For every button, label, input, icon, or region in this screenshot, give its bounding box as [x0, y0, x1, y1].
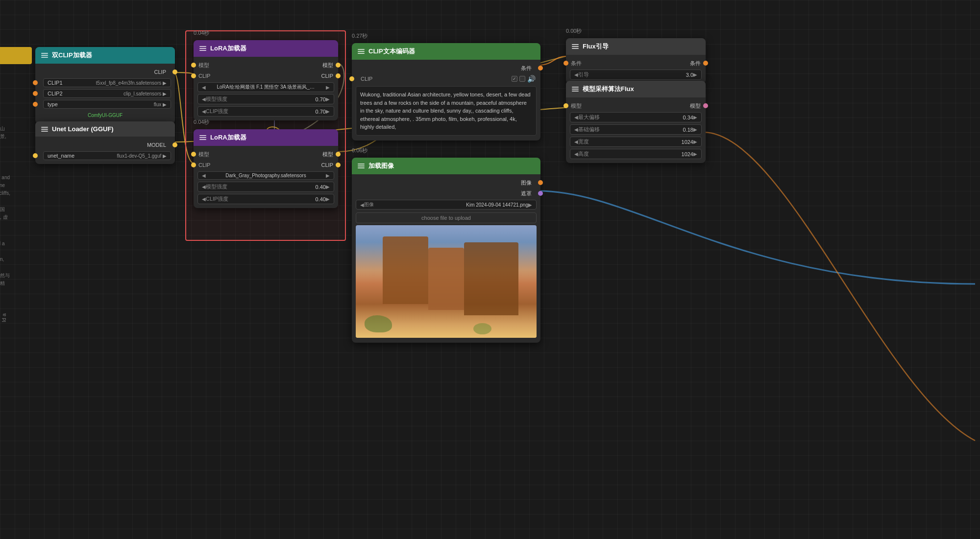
lora2-clip-strength-field[interactable]: ◀ CLIP强度 0.40 ▶ — [197, 194, 334, 204]
unet-name-field[interactable]: unet_name flux1-dev-Q5_1.gguf ▶ — [43, 151, 171, 160]
lora2-model-out[interactable] — [336, 152, 341, 157]
load-image-header: 加载图像 — [352, 158, 540, 174]
width-label: 宽度 — [578, 138, 589, 145]
model-sampler-header: 模型采样算法Flux — [566, 81, 706, 97]
lora-loader-2-node: 0.04秒 LoRA加载器 模型 模型 CLIP CLIP ◀ Dark_Gra… — [194, 129, 338, 208]
unet-loader-header: Unet Loader (GGUF) — [35, 121, 175, 137]
dual-clip-loader-title: 双CLIP加载器 — [52, 51, 92, 60]
lora1-ms-arrow-right: ▶ — [326, 96, 330, 102]
flux-guidance-time: 0.00秒 — [566, 27, 582, 35]
flux-guidance-header: Flux引导 — [566, 38, 706, 55]
lora2-model-in[interactable] — [191, 152, 196, 157]
flux-condition-out[interactable] — [703, 61, 708, 66]
height-value: 1024 — [682, 151, 693, 157]
flux-guidance-label: 引导 — [578, 71, 589, 78]
max-offset-field[interactable]: ◀ 最大偏移 0.34 ▶ — [570, 112, 702, 122]
lora1-time: 0.04秒 — [194, 29, 209, 37]
model-output-label: MODEL — [40, 142, 166, 148]
type-field[interactable]: type flux ▶ — [43, 100, 171, 109]
sampler-model-out[interactable] — [703, 103, 708, 108]
lora1-model-strength-field[interactable]: ◀ 模型强度 0.70 ▶ — [197, 94, 334, 104]
clip2-field[interactable]: CLIP2 clip_l.safetensors ▶ — [43, 89, 171, 98]
lora1-cs-arrow-right: ▶ — [326, 109, 330, 114]
lora2-model-strength-field[interactable]: ◀ 模型强度 0.40 ▶ — [197, 182, 334, 192]
type-input-port[interactable] — [33, 102, 38, 107]
type-label: type — [48, 101, 58, 107]
image-output-port[interactable] — [538, 180, 543, 185]
dual-clip-loader-header: 双CLIP加载器 — [35, 47, 175, 64]
lora2-title: LoRA加载器 — [210, 133, 246, 142]
lora1-ms-value: 0.70 — [316, 96, 326, 102]
image-preview — [356, 225, 537, 338]
lora2-ms-label: 模型强度 — [206, 183, 227, 190]
mask-output-port[interactable] — [538, 191, 543, 196]
clip-output-label: CLIP — [40, 69, 166, 75]
lora2-menu-icon[interactable] — [199, 135, 206, 140]
side-text-left: Id a — [1, 313, 7, 322]
flux-condition-label: 条件 — [571, 60, 690, 67]
max-offset-value: 0.34 — [683, 115, 693, 120]
max-offset-label: 最大偏移 — [578, 114, 600, 121]
prompt-text-area[interactable]: Wukong, traditional Asian architecture, … — [356, 86, 537, 136]
checkbox-2[interactable] — [519, 76, 525, 82]
load-image-menu-icon[interactable] — [358, 164, 365, 168]
left-side-text-4: nd a d film, — [0, 240, 34, 263]
clip-encoder-header: CLIP文本编码器 — [352, 43, 540, 60]
unet-loader-title: Unet Loader (GGUF) — [52, 125, 114, 133]
clip2-input-port[interactable] — [33, 91, 38, 96]
lora1-model-label: 模型 — [198, 62, 322, 69]
lora1-clip-strength-field[interactable]: ◀ CLIP强度 0.70 ▶ — [197, 106, 334, 117]
lora2-ms-value: 0.40 — [316, 184, 326, 190]
left-side-text-2: es and rene g cliffs, d, — [0, 174, 34, 205]
unet-name-label: unet_name — [48, 153, 74, 159]
lora1-name-field[interactable]: ◀ LoRA绘:绘网最强 F.1 黑悟空 3A 场景画风_v2.safetens… — [197, 82, 334, 92]
model-sampler-menu-icon[interactable] — [572, 87, 579, 92]
image-file-field[interactable]: ◀ 图像 Kim 2024-09-04 144721.png ▶ — [356, 200, 537, 210]
clip1-input-port[interactable] — [33, 80, 38, 85]
clip-input-label: CLIP — [361, 76, 512, 82]
unet-name-value: flux1-dev-Q5_1.gguf ▶ — [117, 153, 167, 159]
lora2-name-field[interactable]: ◀ Dark_Gray_Photography.safetensors ▶ — [197, 171, 334, 180]
lora2-clip-out[interactable] — [336, 163, 341, 167]
lora1-clip-in[interactable] — [191, 73, 196, 78]
clip-input-port[interactable] — [349, 76, 354, 81]
checkbox-1[interactable] — [512, 76, 517, 82]
type-value: flux ▶ — [154, 102, 167, 107]
clip-encoder-menu-icon[interactable] — [358, 49, 365, 54]
lora1-menu-icon[interactable] — [199, 46, 206, 51]
lora1-ms-label: 模型强度 — [206, 95, 227, 103]
lora2-model-right: 模型 — [322, 151, 333, 158]
mask-output-label: 遮罩 — [521, 190, 532, 197]
lora2-cs-arrow-left: ◀ — [202, 196, 206, 202]
flux-guidance-field[interactable]: ◀ 引导 3.0 ▶ — [570, 70, 702, 80]
model-output-port[interactable] — [172, 142, 177, 147]
lora2-clip-in[interactable] — [191, 163, 196, 167]
condition-output-port[interactable] — [538, 66, 543, 70]
lora1-cs-value: 0.70 — [316, 109, 326, 115]
lora2-name-arrow-right: ▶ — [326, 173, 330, 178]
yellow-tab[interactable] — [0, 47, 32, 64]
upload-button[interactable]: choose file to upload — [356, 212, 537, 223]
unet-name-port[interactable] — [33, 153, 38, 158]
menu-icon[interactable] — [41, 53, 48, 58]
flux-guidance-menu-icon[interactable] — [572, 44, 579, 49]
clip1-field[interactable]: CLIP1 t5xxl_fp8_e4m3fn.safetensors ▶ — [43, 78, 171, 87]
clip-output-port[interactable] — [172, 70, 177, 74]
clip2-value: clip_l.safetensors ▶ — [123, 91, 167, 96]
unet-loader-node: Unet Loader (GGUF) MODEL unet_name flux1… — [35, 121, 175, 164]
lora1-clip-out[interactable] — [336, 73, 341, 78]
flux-condition-in[interactable] — [564, 61, 568, 66]
sampler-model-in[interactable] — [564, 103, 568, 108]
base-offset-field[interactable]: ◀ 基础偏移 0.18 ▶ — [570, 124, 702, 135]
lora1-model-in[interactable] — [191, 63, 196, 68]
lora2-name-arrow-left: ◀ — [202, 173, 206, 178]
base-offset-label: 基础偏移 — [578, 126, 600, 133]
lora2-ms-arrow-left: ◀ — [202, 184, 206, 189]
lora2-cs-value: 0.40 — [316, 196, 326, 202]
speaker-icon[interactable]: 🔊 — [527, 75, 536, 83]
unet-menu-icon[interactable] — [41, 127, 48, 132]
width-field[interactable]: ◀ 宽度 1024 ▶ — [570, 137, 702, 147]
height-field[interactable]: ◀ 高度 1024 ▶ — [570, 149, 702, 159]
lora1-model-out[interactable] — [336, 63, 341, 68]
condition-output-label: 条件 — [521, 65, 532, 72]
